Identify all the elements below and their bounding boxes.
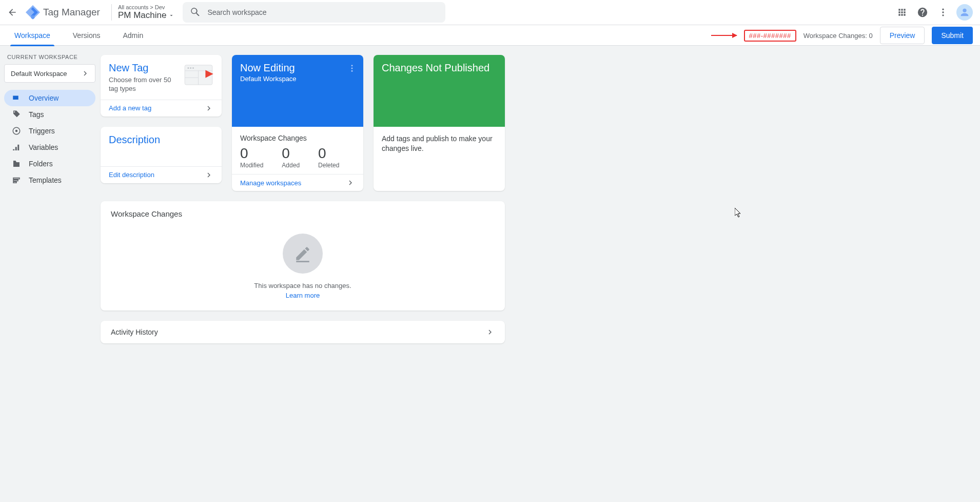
svg-rect-16	[296, 261, 309, 262]
empty-text: This workspace has no changes.	[254, 282, 351, 289]
tags-icon	[12, 110, 21, 119]
container-id[interactable]: ###-#######	[744, 30, 796, 42]
arrow-left-icon	[7, 7, 17, 17]
svg-point-9	[192, 67, 194, 69]
sidebar-item-variables[interactable]: Variables	[4, 139, 95, 156]
svg-point-7	[187, 67, 189, 69]
sidebar-label: CURRENT WORKSPACE	[0, 52, 101, 64]
preview-button[interactable]: Preview	[880, 27, 925, 44]
svg-point-0	[31, 15, 35, 19]
chevron-right-icon	[204, 170, 213, 180]
stat-modified-l: Modified	[240, 162, 263, 169]
manage-workspaces-label: Manage workspaces	[240, 179, 301, 187]
tag-illustration-icon	[184, 63, 213, 86]
stat-added-l: Added	[282, 162, 300, 169]
activity-history-card[interactable]: Activity History	[101, 321, 505, 343]
search-input[interactable]: Search workspace	[183, 2, 445, 23]
manage-workspaces-action[interactable]: Manage workspaces	[232, 175, 363, 191]
workspace-selector-label: Default Workspace	[11, 70, 67, 78]
tab-workspace[interactable]: Workspace	[10, 25, 54, 46]
new-tag-title: New Tag	[109, 62, 179, 74]
new-tag-card: New Tag Choose from over 50 tag types Ad…	[101, 55, 222, 117]
chevron-right-icon	[346, 178, 355, 187]
more-vert-icon	[347, 64, 357, 73]
search-icon	[190, 7, 201, 18]
publish-title: Changes Not Published	[382, 62, 497, 74]
empty-icon	[283, 234, 323, 274]
svg-point-13	[351, 65, 353, 66]
now-editing-subtitle: Default Workspace	[240, 75, 355, 83]
svg-rect-12	[185, 78, 198, 78]
publish-card: Changes Not Published Add tags and publi…	[374, 55, 505, 191]
svg-point-2	[942, 11, 944, 13]
sidebar-item-templates[interactable]: Templates	[4, 172, 95, 188]
add-tag-action[interactable]: Add a new tag	[101, 100, 222, 117]
caret-down-icon	[168, 12, 174, 18]
main-content: New Tag Choose from over 50 tag types Ad…	[101, 46, 980, 502]
back-button[interactable]	[4, 4, 21, 21]
gtm-logo-icon	[25, 4, 41, 21]
search-placeholder: Search workspace	[207, 8, 266, 16]
account-switcher[interactable]: All accounts > Dev PM Machine	[118, 4, 174, 21]
more-vert-icon	[938, 7, 948, 17]
svg-point-3	[942, 14, 944, 16]
account-name: PM Machine	[118, 10, 166, 21]
activity-history-label: Activity History	[111, 328, 158, 336]
stat-added-n: 0	[282, 145, 300, 162]
sidebar-item-triggers[interactable]: Triggers	[4, 123, 95, 139]
sidebar: CURRENT WORKSPACE Default Workspace Over…	[0, 46, 101, 502]
sidebar-item-folders[interactable]: Folders	[4, 156, 95, 172]
now-editing-title: Now Editing	[240, 62, 355, 74]
workspace-changes-count: Workspace Changes: 0	[803, 32, 873, 40]
chevron-right-icon	[204, 104, 213, 113]
breadcrumb: All accounts > Dev	[118, 4, 174, 10]
product-title: Tag Manager	[43, 7, 100, 18]
workspace-changes-heading: Workspace Changes	[111, 209, 495, 218]
description-title: Description	[109, 134, 213, 146]
publish-message: Add tags and publish to make your change…	[374, 127, 505, 181]
stat-modified-n: 0	[240, 145, 263, 162]
app-header: Tag Manager All accounts > Dev PM Machin…	[0, 0, 980, 25]
variables-icon	[12, 143, 21, 152]
person-icon	[959, 7, 970, 18]
triggers-icon	[12, 126, 21, 136]
chevron-right-icon	[81, 69, 90, 78]
edit-description-action[interactable]: Edit description	[101, 167, 222, 183]
divider	[111, 4, 112, 21]
sidebar-item-label: Folders	[29, 160, 53, 168]
workspace-selector[interactable]: Default Workspace	[4, 64, 95, 83]
sidebar-item-label: Tags	[29, 110, 44, 119]
sidebar-item-overview[interactable]: Overview	[4, 90, 95, 106]
tab-versions[interactable]: Versions	[69, 25, 105, 46]
sidebar-item-label: Triggers	[29, 127, 55, 135]
annotation-arrow	[711, 35, 737, 36]
avatar[interactable]	[956, 4, 973, 21]
stat-deleted-l: Deleted	[318, 162, 339, 169]
svg-point-15	[351, 70, 353, 72]
learn-more-link[interactable]: Learn more	[286, 292, 320, 299]
description-card: Description Edit description	[101, 127, 222, 183]
more-button[interactable]	[933, 2, 953, 23]
svg-point-1	[942, 9, 944, 10]
now-editing-menu[interactable]	[345, 61, 359, 75]
folders-icon	[12, 159, 21, 168]
apps-icon	[897, 7, 907, 17]
add-tag-label: Add a new tag	[109, 104, 151, 112]
sidebar-item-label: Templates	[29, 176, 62, 184]
tab-admin[interactable]: Admin	[119, 25, 147, 46]
sidebar-item-tags[interactable]: Tags	[4, 106, 95, 123]
templates-icon	[12, 176, 21, 185]
tab-bar: Workspace Versions Admin ###-####### Wor…	[0, 25, 980, 46]
new-tag-subtitle: Choose from over 50 tag types	[109, 76, 179, 93]
apps-button[interactable]	[892, 2, 912, 23]
sidebar-item-label: Variables	[29, 143, 58, 151]
sidebar-item-label: Overview	[29, 94, 58, 102]
svg-point-8	[190, 67, 191, 69]
stat-deleted-n: 0	[318, 145, 339, 162]
submit-button[interactable]: Submit	[932, 27, 973, 44]
edit-description-label: Edit description	[109, 171, 154, 179]
help-button[interactable]	[912, 2, 933, 23]
svg-point-5	[15, 130, 18, 132]
workspace-changes-card: Workspace Changes This workspace has no …	[101, 201, 505, 311]
now-editing-card: Now Editing Default Workspace Workspace …	[232, 55, 363, 191]
